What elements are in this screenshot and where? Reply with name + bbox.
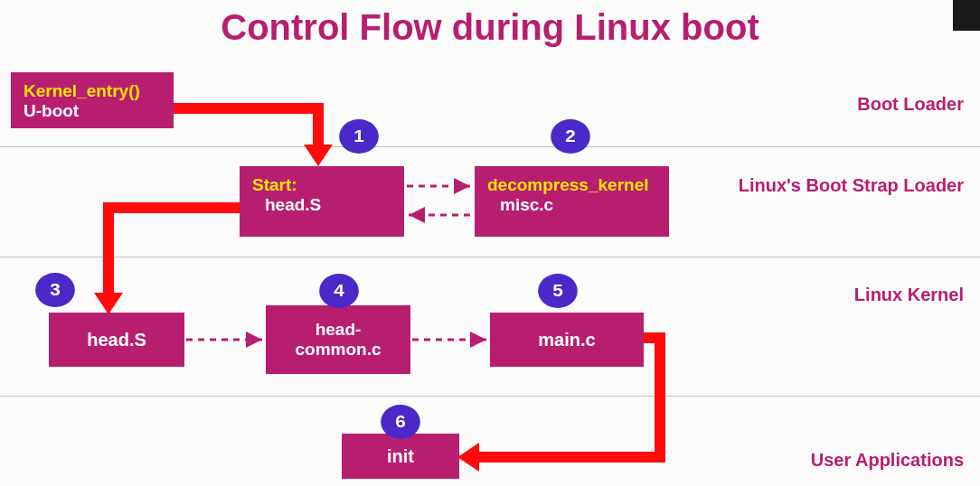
diagram-title: Control Flow during Linux boot (0, 7, 980, 48)
node-uboot-sub: U-boot (24, 101, 161, 121)
node-misc-sub: misc.c (487, 195, 656, 215)
section-label-kernel: Linux Kernel (854, 285, 964, 305)
section-label-bootstrap: Linux's Boot Strap Loader (739, 175, 964, 196)
step-badge-6: 6 (381, 405, 420, 439)
node-head-common-label: head-common.c (273, 320, 403, 360)
node-head-s: Start: head.S (240, 166, 404, 237)
node-main-label: main.c (538, 330, 595, 350)
node-head-s2: head.S (49, 313, 184, 367)
divider-3 (0, 396, 980, 397)
step-badge-2: 2 (551, 119, 590, 154)
node-uboot-fn: Kernel_entry() (24, 81, 161, 101)
section-label-bootloader: Boot Loader (857, 94, 964, 115)
step-badge-5: 5 (538, 274, 578, 308)
node-init: init (342, 434, 459, 479)
node-uboot: Kernel_entry() U-boot (11, 72, 174, 128)
node-init-label: init (387, 446, 414, 467)
divider-1 (0, 146, 980, 147)
section-label-userapps: User Applications (811, 450, 964, 471)
step-badge-3: 3 (35, 273, 75, 307)
node-head-s2-label: head.S (87, 330, 146, 350)
node-misc: decompress_kernel misc.c (475, 166, 669, 237)
divider-2 (0, 257, 980, 257)
node-head-common: head-common.c (266, 305, 410, 374)
step-badge-4: 4 (319, 274, 359, 308)
node-main: main.c (490, 313, 644, 367)
node-head-s-top: Start: (252, 175, 391, 195)
node-misc-top: decompress_kernel (487, 175, 656, 195)
step-badge-1: 1 (339, 119, 379, 154)
node-head-s-sub: head.S (252, 195, 391, 215)
